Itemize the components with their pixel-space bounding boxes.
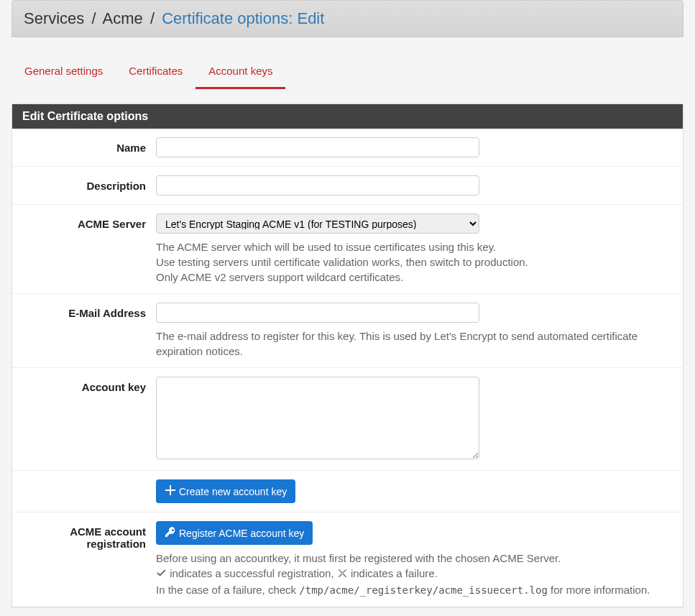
breadcrumb-current: Certificate options: Edit (162, 9, 324, 27)
breadcrumb-acme[interactable]: Acme (103, 9, 143, 27)
acme-server-help: The ACME server which will be used to is… (156, 239, 671, 285)
breadcrumb-sep: / (150, 9, 155, 27)
tab-general-settings[interactable]: General settings (11, 55, 116, 89)
breadcrumb-services[interactable]: Services (24, 9, 84, 27)
tab-bar: General settings Certificates Account ke… (11, 55, 684, 89)
description-input[interactable] (156, 175, 479, 196)
key-icon (165, 526, 176, 540)
description-label: Description (12, 175, 156, 196)
plus-icon (165, 484, 176, 498)
x-icon (337, 567, 348, 582)
acme-server-label: ACME Server (12, 213, 156, 285)
check-icon (156, 567, 167, 582)
create-new-account-key-button[interactable]: Create new account key (156, 479, 295, 503)
email-label: E-Mail Address (12, 303, 156, 359)
acme-registration-label: ACME account registration (12, 521, 156, 598)
acme-server-select[interactable]: Let's Encrypt Staging ACME v1 (for TESTI… (156, 213, 479, 234)
edit-panel: Edit Certificate options Name Descriptio… (11, 104, 684, 607)
breadcrumb: Services / Acme / Certificate options: E… (11, 0, 684, 37)
breadcrumb-sep: / (91, 9, 96, 27)
email-help: The e-mail address to register for this … (156, 328, 671, 359)
panel-title: Edit Certificate options (12, 104, 683, 129)
email-input[interactable] (156, 303, 479, 323)
register-acme-account-key-button[interactable]: Register ACME account key (156, 521, 313, 545)
tab-certificates[interactable]: Certificates (116, 55, 195, 89)
registration-help: Before using an accountkey, it must firs… (156, 551, 671, 598)
account-key-textarea[interactable] (156, 377, 479, 459)
tab-account-keys[interactable]: Account keys (195, 55, 285, 89)
name-input[interactable] (156, 137, 479, 157)
name-label: Name (12, 137, 156, 157)
account-key-label: Account key (12, 377, 156, 461)
